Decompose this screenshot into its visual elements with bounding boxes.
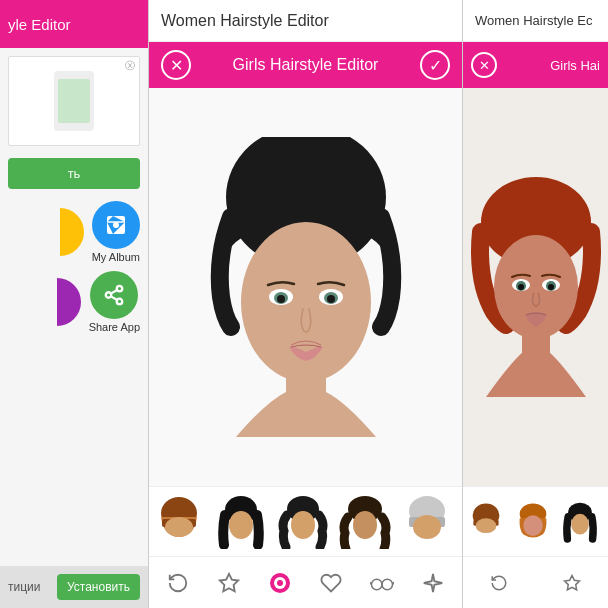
- svg-point-0: [113, 222, 119, 228]
- right-undo-button[interactable]: [483, 567, 515, 599]
- svg-marker-57: [564, 575, 579, 589]
- middle-bottom-toolbar: [149, 556, 462, 608]
- right-app-header: Women Hairstyle Ec: [463, 0, 608, 42]
- hair-color-button[interactable]: [259, 562, 301, 604]
- purple-partial-circle: [57, 278, 81, 326]
- bottom-install-bar: тиции Установить: [0, 566, 148, 608]
- right-pink-bar: ✕ Girls Hai: [463, 42, 608, 88]
- svg-point-52: [475, 518, 496, 533]
- middle-panel: Women Hairstyle Editor ✕ Girls Hairstyle…: [148, 0, 463, 608]
- main-face-area: [149, 88, 462, 486]
- left-header: yle Editor: [0, 0, 148, 48]
- svg-point-36: [371, 579, 382, 590]
- svg-point-35: [277, 580, 283, 586]
- svg-point-18: [165, 517, 193, 537]
- bottom-text: тиции: [8, 580, 40, 594]
- hair-thumb-3[interactable]: [273, 491, 333, 553]
- share-app-item[interactable]: Share App: [89, 271, 140, 333]
- sparkle-button[interactable]: [412, 562, 454, 604]
- hair-thumb-6[interactable]: [459, 491, 462, 553]
- undo-button[interactable]: [157, 562, 199, 604]
- svg-point-1: [117, 286, 123, 292]
- right-panel: Women Hairstyle Ec ✕ Girls Hai: [463, 0, 608, 608]
- ad-phone-graphic: [54, 71, 94, 131]
- right-hair-thumb-2[interactable]: [510, 491, 555, 553]
- install-button[interactable]: Установить: [57, 574, 140, 600]
- hair-thumbnails-row: [149, 486, 462, 556]
- svg-point-27: [413, 515, 441, 539]
- right-close-icon: ✕: [479, 58, 490, 73]
- svg-point-54: [523, 515, 542, 536]
- svg-point-48: [518, 284, 524, 290]
- svg-point-56: [571, 513, 589, 534]
- face-illustration: [196, 137, 416, 437]
- ad-phone-screen: [58, 79, 90, 123]
- style-button[interactable]: [310, 562, 352, 604]
- svg-point-2: [106, 292, 112, 298]
- glasses-button[interactable]: [361, 562, 403, 604]
- left-header-text: yle Editor: [8, 16, 71, 33]
- album-icon: [92, 201, 140, 249]
- middle-close-icon: ✕: [170, 56, 183, 75]
- left-panel: yle Editor ⓧ ть My Album: [0, 0, 148, 608]
- middle-pink-bar-title: Girls Hairstyle Editor: [233, 56, 379, 74]
- green-cta-button[interactable]: ть: [8, 158, 140, 189]
- middle-check-button[interactable]: ✓: [420, 50, 450, 80]
- svg-point-22: [291, 511, 315, 539]
- hair-thumb-2[interactable]: [211, 491, 271, 553]
- middle-app-title: Women Hairstyle Editor: [161, 12, 329, 30]
- hair-thumb-4[interactable]: [335, 491, 395, 553]
- right-hair-thumbnails: [463, 486, 608, 556]
- svg-line-5: [111, 290, 117, 294]
- right-adjust-button[interactable]: [556, 567, 588, 599]
- right-hair-thumb-3[interactable]: [557, 491, 602, 553]
- middle-app-header: Women Hairstyle Editor: [149, 0, 462, 42]
- my-album-label: My Album: [92, 251, 140, 263]
- svg-marker-32: [220, 573, 238, 590]
- svg-line-4: [111, 296, 117, 300]
- svg-point-37: [382, 579, 393, 590]
- middle-check-icon: ✓: [429, 56, 442, 75]
- icon-grid: My Album Share App: [0, 193, 148, 566]
- right-face-area: [463, 88, 608, 486]
- right-hair-thumb-1[interactable]: [463, 491, 508, 553]
- right-close-button[interactable]: ✕: [471, 52, 497, 78]
- svg-point-24: [353, 511, 377, 539]
- svg-point-3: [117, 299, 123, 305]
- ad-box: ⓧ: [8, 56, 140, 146]
- hair-thumb-1[interactable]: [149, 491, 209, 553]
- share-app-label: Share App: [89, 321, 140, 333]
- hair-thumb-5[interactable]: [397, 491, 457, 553]
- middle-close-button[interactable]: ✕: [161, 50, 191, 80]
- middle-pink-bar: ✕ Girls Hairstyle Editor ✓: [149, 42, 462, 88]
- ad-close-icon[interactable]: ⓧ: [125, 59, 135, 73]
- right-app-title: Women Hairstyle Ec: [475, 13, 593, 28]
- svg-point-20: [229, 511, 253, 539]
- yellow-partial-circle: [60, 208, 84, 256]
- svg-point-14: [277, 295, 285, 303]
- right-bottom-toolbar: [463, 556, 608, 608]
- my-album-item[interactable]: My Album: [92, 201, 140, 263]
- right-pink-bar-title: Girls Hai: [550, 58, 600, 73]
- svg-point-49: [548, 284, 554, 290]
- share-icon: [90, 271, 138, 319]
- right-face-illustration: [466, 177, 606, 397]
- adjust-button[interactable]: [208, 562, 250, 604]
- svg-point-15: [327, 295, 335, 303]
